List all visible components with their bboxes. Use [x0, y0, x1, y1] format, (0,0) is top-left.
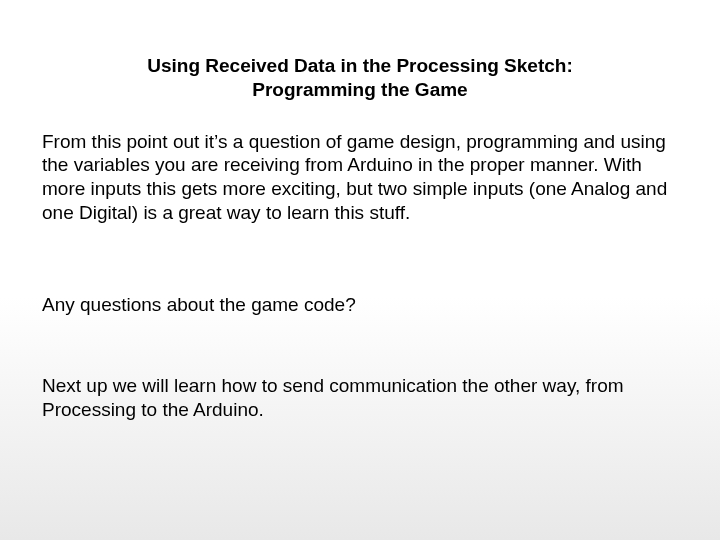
paragraph-2: Any questions about the game code?: [42, 293, 678, 317]
title-line-1: Using Received Data in the Processing Sk…: [147, 55, 573, 76]
slide-title: Using Received Data in the Processing Sk…: [42, 54, 678, 102]
paragraph-1: From this point out it’s a question of g…: [42, 130, 678, 225]
paragraph-3: Next up we will learn how to send commun…: [42, 374, 678, 422]
title-line-2: Programming the Game: [252, 79, 467, 100]
slide: Using Received Data in the Processing Sk…: [0, 0, 720, 540]
